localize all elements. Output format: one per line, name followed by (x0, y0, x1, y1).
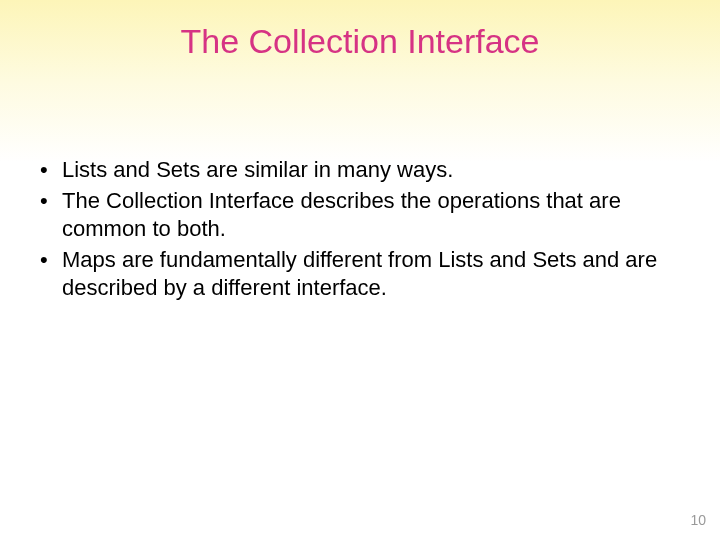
bullet-text: Lists and Sets are similar in many ways. (62, 156, 453, 185)
list-item: • Maps are fundamentally different from … (40, 246, 670, 303)
list-item: • The Collection Interface describes the… (40, 187, 670, 244)
bullet-icon: • (40, 187, 62, 216)
bullet-icon: • (40, 246, 62, 275)
page-number: 10 (690, 512, 706, 528)
list-item: • Lists and Sets are similar in many way… (40, 156, 670, 185)
bullet-text: The Collection Interface describes the o… (62, 187, 670, 244)
slide-content: • Lists and Sets are similar in many way… (0, 71, 720, 303)
bullet-icon: • (40, 156, 62, 185)
bullet-text: Maps are fundamentally different from Li… (62, 246, 670, 303)
slide-title: The Collection Interface (0, 0, 720, 71)
